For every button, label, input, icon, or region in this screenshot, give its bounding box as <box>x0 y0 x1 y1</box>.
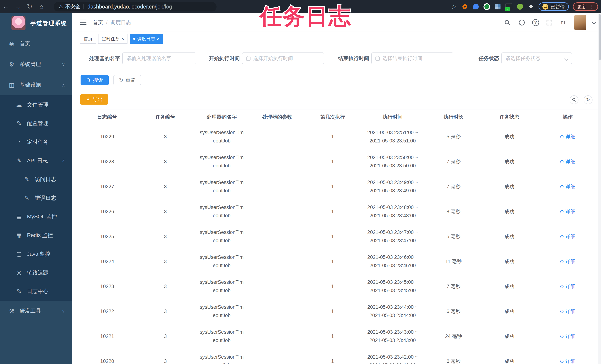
sidebar-item-java-monitor[interactable]: ▢ Java 监控 <box>0 245 72 263</box>
scrollbar-thumb[interactable] <box>599 14 601 60</box>
cell-job-id: 3 <box>137 349 194 364</box>
font-size-icon[interactable]: tT <box>560 19 568 27</box>
sidebar-item-config-management[interactable]: ✎ 配置管理 <box>0 114 72 133</box>
cell-job-id: 3 <box>137 224 194 249</box>
refresh-table-button[interactable]: ↻ <box>584 95 592 104</box>
reset-button-label: 重置 <box>125 77 135 83</box>
sidebar-item-error-log[interactable]: ✎ 错误日志 <box>0 189 72 207</box>
cell-execute-time: 2021-05-03 23:50:00 ~ 2021-05-03 23:50:0… <box>360 149 425 174</box>
github-icon[interactable] <box>518 19 526 27</box>
sidebar-item-dev-tools[interactable]: ⚒ 研发工具 ∨ <box>0 301 72 321</box>
detail-link[interactable]: ⊙ 详细 <box>560 183 575 190</box>
help-icon[interactable]: ? <box>532 19 539 26</box>
sidebar-item-redis-monitor[interactable]: ▦ Redis 监控 <box>0 226 72 245</box>
eye-icon: ⊙ <box>560 334 564 339</box>
extension-icon-on[interactable]: on <box>505 3 512 10</box>
cell-duration: 8 毫秒 <box>425 199 482 224</box>
not-secure-label[interactable]: 不安全 <box>65 3 80 10</box>
job-status-select-input[interactable] <box>502 56 572 61</box>
sidebar-item-home[interactable]: ◉ 首页 <box>0 33 72 54</box>
export-button-label: 导出 <box>93 96 103 103</box>
cell-actions: ⊙ 详细 <box>537 349 599 364</box>
column-header: 任务状态 <box>482 110 537 124</box>
log-icon: ✎ <box>15 288 23 295</box>
tab-scheduled-jobs[interactable]: 定时任务 × <box>98 34 128 44</box>
sidebar-item-label: Redis 监控 <box>27 232 53 239</box>
hamburger-icon[interactable] <box>80 20 86 25</box>
avatar-caret-icon[interactable] <box>591 20 596 24</box>
address-bar[interactable]: ⚠ 不安全 dashboard.yudao.iocoder.cn /job/lo… <box>54 2 217 11</box>
bookmark-star-icon[interactable]: ☆ <box>450 3 457 10</box>
detail-link[interactable]: ⊙ 详细 <box>560 258 575 265</box>
start-time-input[interactable] <box>251 56 324 61</box>
detail-link[interactable]: ⊙ 详细 <box>560 233 575 240</box>
menu-kebab-icon[interactable]: ⋮ <box>589 4 594 10</box>
search-button[interactable]: 搜索 <box>80 75 109 85</box>
eye-icon: ⊙ <box>560 159 564 165</box>
sidebar-item-system[interactable]: ⚙ 系统管理 ∨ <box>0 54 72 75</box>
script-paused-badge[interactable]: 已暂停 <box>539 2 569 11</box>
cell-log-id: 10229 <box>78 124 137 149</box>
detail-link-label: 详细 <box>565 183 575 190</box>
cell-job-id: 3 <box>137 174 194 199</box>
app-logo-row[interactable]: 芋道管理系统 <box>0 13 72 33</box>
browser-actions: ☆ ✓ on ❖ 已暂停 更新 ⋮ <box>450 0 598 13</box>
extension-icon-orange[interactable] <box>461 3 468 10</box>
cell-log-id: 10227 <box>78 174 137 199</box>
cell-job-id: 3 <box>137 324 194 349</box>
extension-icon-check[interactable]: ✓ <box>483 3 490 10</box>
reload-icon[interactable]: ↻ <box>24 3 35 10</box>
tab-home[interactable]: 首页 <box>80 34 96 44</box>
fullscreen-icon[interactable] <box>545 19 553 27</box>
breadcrumb-home[interactable]: 首页 <box>93 19 103 26</box>
search-button-label: 搜索 <box>93 77 103 83</box>
toggle-search-button[interactable] <box>570 95 579 104</box>
detail-link[interactable]: ⊙ 详细 <box>560 283 575 290</box>
job-status-select[interactable] <box>501 52 572 64</box>
sidebar-item-label: 链路追踪 <box>27 269 48 276</box>
sidebar-item-trace[interactable]: ◎ 链路追踪 <box>0 263 72 282</box>
sidebar-item-log-center[interactable]: ✎ 日志中心 <box>0 282 72 301</box>
cell-actions: ⊙ 详细 <box>537 149 599 174</box>
cell-handler-name: sysUserSessionTim eoutJob <box>194 224 250 249</box>
chevron-up-icon: ∧ <box>62 158 65 163</box>
cell-handler-name: sysUserSessionTim eoutJob <box>194 124 250 149</box>
sidebar-item-infrastructure[interactable]: ◫ 基础设施 ∧ <box>0 75 72 95</box>
job-log-table: 日志编号 任务编号 处理器的名字 处理器的参数 第几次执行 执行时间 执行时长 … <box>78 110 598 364</box>
detail-link[interactable]: ⊙ 详细 <box>560 158 575 165</box>
cell-log-id: 10226 <box>78 199 137 224</box>
layers-icon: ▦ <box>15 232 23 239</box>
avatar[interactable] <box>574 15 586 30</box>
detail-link[interactable]: ⊙ 详细 <box>560 208 575 215</box>
reset-button[interactable]: ↻ 重置 <box>113 75 141 85</box>
close-icon[interactable]: × <box>157 36 160 41</box>
search-icon[interactable] <box>503 19 511 27</box>
cell-job-id: 3 <box>137 274 194 299</box>
browser-update-button[interactable]: 更新 ⋮ <box>573 2 598 11</box>
detail-link[interactable]: ⊙ 详细 <box>560 308 575 315</box>
forward-icon[interactable]: → <box>12 3 24 10</box>
detail-link[interactable]: ⊙ 详细 <box>560 358 575 364</box>
extensions-puzzle-icon[interactable]: ❖ <box>528 3 534 10</box>
end-time-input[interactable] <box>380 56 453 61</box>
back-icon[interactable]: ← <box>0 3 12 10</box>
cell-handler-name: sysUserSessionTim eoutJob <box>194 149 250 174</box>
detail-link[interactable]: ⊙ 详细 <box>560 133 575 140</box>
sidebar-item-api-log[interactable]: ✎ API 日志 ∧ <box>0 151 72 170</box>
close-icon[interactable]: × <box>121 36 124 41</box>
cell-handler-param <box>250 274 305 299</box>
refresh-icon: ↻ <box>119 77 123 83</box>
extension-icon-drop[interactable] <box>472 3 480 10</box>
sidebar-item-scheduled-jobs[interactable]: ◔ 定时任务 <box>0 133 72 151</box>
sidebar-item-access-log[interactable]: ✎ 访问日志 <box>0 170 72 189</box>
sidebar-item-file-management[interactable]: ☁ 文件管理 <box>0 95 72 114</box>
extension-icon-leaf[interactable] <box>516 3 523 10</box>
sidebar-item-mysql-monitor[interactable]: ▤ MySQL 监控 <box>0 207 72 226</box>
handler-name-input[interactable] <box>123 56 196 61</box>
export-button[interactable]: 导出 <box>80 94 108 105</box>
detail-link[interactable]: ⊙ 详细 <box>560 333 575 340</box>
tab-job-log[interactable]: 调度日志 × <box>130 34 163 44</box>
extension-icon-grid[interactable] <box>494 3 501 10</box>
url-path: /job/log <box>155 4 172 10</box>
home-icon[interactable]: ⌂ <box>35 3 47 10</box>
